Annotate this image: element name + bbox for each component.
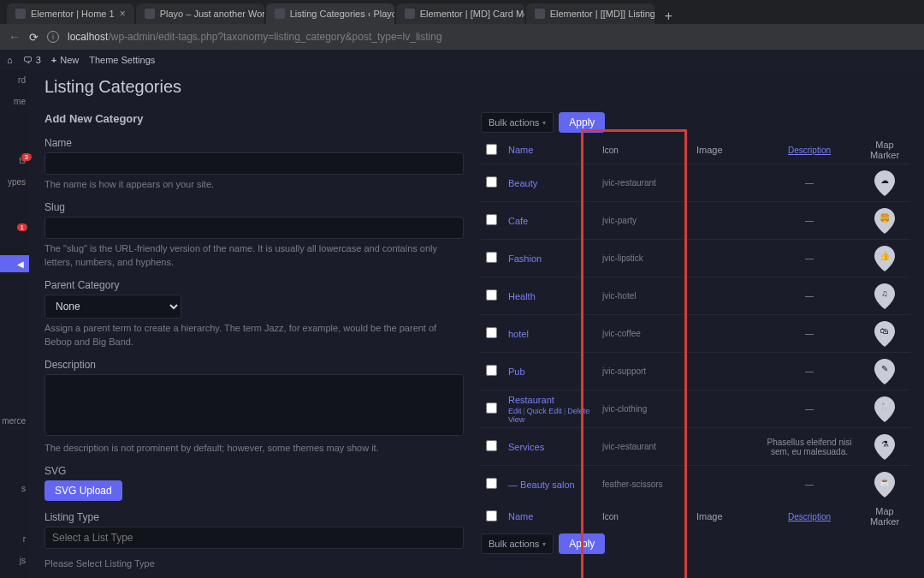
- row-checkbox[interactable]: [486, 252, 497, 263]
- category-name-link[interactable]: hotel: [508, 329, 529, 339]
- col-name[interactable]: Name: [508, 145, 533, 155]
- description-cell: —: [760, 401, 859, 417]
- col-marker: Map Marker: [859, 503, 910, 530]
- table-row: hoteljvic-coffee—🛍: [481, 314, 910, 352]
- sidebar-item[interactable]: s: [21, 484, 29, 493]
- row-checkbox[interactable]: [486, 402, 497, 414]
- url-display[interactable]: localhost/wp-admin/edit-tags.php?taxonom…: [68, 31, 442, 43]
- slug-input[interactable]: [44, 217, 464, 239]
- map-marker-icon: 🍔: [874, 208, 895, 234]
- parent-label: Parent Category: [44, 279, 464, 291]
- name-input[interactable]: [44, 152, 464, 175]
- refresh-icon[interactable]: ⟳: [29, 31, 38, 44]
- category-name-link[interactable]: Fashion: [508, 253, 542, 264]
- new-tab-button[interactable]: +: [656, 9, 681, 24]
- view-link[interactable]: View: [508, 415, 524, 424]
- delete-link[interactable]: Delete: [567, 407, 589, 415]
- browser-tab[interactable]: Elementor | [MD] Card Module×: [396, 3, 524, 24]
- row-checkbox[interactable]: [486, 440, 497, 451]
- table-row: Cafejvic-party—🍔: [481, 201, 910, 239]
- category-name-link[interactable]: Restaurant: [508, 395, 554, 405]
- select-all-checkbox-footer[interactable]: [486, 510, 497, 521]
- description-input[interactable]: [44, 374, 464, 436]
- sidebar-item[interactable]: me: [14, 97, 29, 106]
- sidebar-item[interactable]: ts3: [19, 156, 29, 165]
- browser-tab-strip: Elementor | Home 1× Playo – Just another…: [0, 0, 924, 24]
- description-cell: —: [760, 250, 859, 266]
- icon-cell: jvic-lipstick: [597, 250, 691, 266]
- icon-cell: jvic-hotel: [597, 288, 691, 304]
- icon-cell: jvic-party: [597, 212, 691, 229]
- row-checkbox[interactable]: [486, 365, 497, 376]
- quick-edit-link[interactable]: Quick Edit: [527, 407, 562, 415]
- browser-tab[interactable]: Playo – Just another WordPres×: [136, 3, 264, 24]
- bulk-actions-select-bottom[interactable]: Bulk actions▾: [481, 533, 554, 554]
- map-marker-icon: ⚗: [874, 434, 895, 460]
- listing-type-label: Listing Type: [44, 511, 464, 523]
- row-checkbox[interactable]: [486, 176, 497, 188]
- edit-link[interactable]: Edit: [508, 407, 522, 415]
- bulk-actions-select[interactable]: Bulk actions▾: [481, 112, 554, 133]
- browser-tab[interactable]: Elementor | [[MD]] Listing, Gr×: [526, 3, 654, 24]
- browser-tab[interactable]: Elementor | Home 1×: [7, 3, 134, 24]
- parent-help: Assign a parent term to create a hierarc…: [44, 322, 464, 349]
- category-name-link[interactable]: — Beauty salon: [508, 480, 575, 490]
- category-name-link[interactable]: Beauty: [508, 178, 537, 188]
- description-help: The description is not prominent by defa…: [44, 442, 464, 455]
- chevron-down-icon: ▾: [542, 119, 546, 127]
- name-label: Name: [44, 137, 464, 149]
- row-checkbox[interactable]: [486, 478, 497, 489]
- image-cell: [691, 255, 760, 262]
- category-name-link[interactable]: Cafe: [508, 216, 528, 226]
- table-row: Pubjvic-support—✎: [481, 352, 910, 390]
- site-info-icon[interactable]: i: [47, 31, 59, 43]
- table-row: Servicesjvic-restaurantPhasellus eleifen…: [481, 427, 910, 465]
- categories-table-area: Bulk actions▾ Apply Name Icon Image Desc…: [481, 112, 910, 578]
- categories-table: Name Icon Image Description Map Marker B…: [481, 136, 910, 530]
- parent-select[interactable]: None: [44, 295, 181, 319]
- sidebar-active-item[interactable]: ◀: [0, 255, 29, 272]
- col-image: Image: [691, 508, 760, 525]
- comments-item[interactable]: 🗨 3: [23, 55, 41, 65]
- map-marker-icon: 🛍: [874, 321, 895, 347]
- sidebar-item[interactable]: js: [20, 556, 29, 565]
- image-cell: [691, 406, 760, 413]
- back-icon[interactable]: ←: [9, 30, 21, 44]
- category-name-link[interactable]: Services: [508, 442, 544, 452]
- row-actions: Edit|Quick Edit|DeleteView: [508, 407, 592, 424]
- sidebar-item[interactable]: rd: [18, 75, 29, 85]
- chevron-down-icon: ▾: [542, 540, 546, 548]
- theme-settings[interactable]: Theme Settings: [89, 55, 155, 65]
- row-checkbox[interactable]: [486, 327, 497, 338]
- new-content[interactable]: + New: [51, 55, 79, 65]
- category-name-link[interactable]: Health: [508, 291, 536, 301]
- map-marker-icon: 🍴: [874, 396, 895, 422]
- row-checkbox[interactable]: [486, 214, 497, 225]
- category-name-link[interactable]: Pub: [508, 366, 525, 377]
- icon-cell: jvic-restaurant: [597, 438, 691, 455]
- marker-cell: 🛍: [859, 318, 910, 350]
- col-description[interactable]: Description: [788, 512, 831, 521]
- col-name[interactable]: Name: [508, 511, 533, 521]
- col-description[interactable]: Description: [788, 146, 831, 155]
- browser-tab[interactable]: Listing Categories ‹ Playo — W×: [266, 3, 394, 24]
- bulk-apply-button-bottom[interactable]: Apply: [559, 533, 605, 554]
- sidebar-item[interactable]: r: [23, 534, 29, 544]
- listing-type-input[interactable]: [44, 527, 464, 549]
- svg-upload-button[interactable]: SVG Upload: [44, 480, 122, 501]
- table-header: Name Icon Image Description Map Marker: [481, 136, 910, 164]
- svg-text:🍔: 🍔: [880, 212, 891, 223]
- description-cell: Phasellus eleifend nisi sem, eu malesuad…: [760, 434, 859, 460]
- marker-cell: 🍔: [859, 205, 910, 237]
- main-content: Listing Categories Add New Category Name…: [29, 70, 924, 578]
- sidebar-item[interactable]: ypes: [8, 177, 29, 187]
- select-all-checkbox[interactable]: [486, 144, 497, 155]
- sidebar-item[interactable]: merce: [2, 416, 29, 426]
- wp-admin-bar: ⌂ 🗨 3 + New Theme Settings: [0, 50, 924, 70]
- wp-logo[interactable]: ⌂: [7, 55, 13, 65]
- bulk-apply-button[interactable]: Apply: [559, 112, 605, 133]
- row-checkbox[interactable]: [486, 289, 497, 301]
- close-icon[interactable]: ×: [120, 8, 126, 20]
- map-marker-icon: 👍: [874, 246, 895, 271]
- svg-text:⚗: ⚗: [881, 439, 889, 449]
